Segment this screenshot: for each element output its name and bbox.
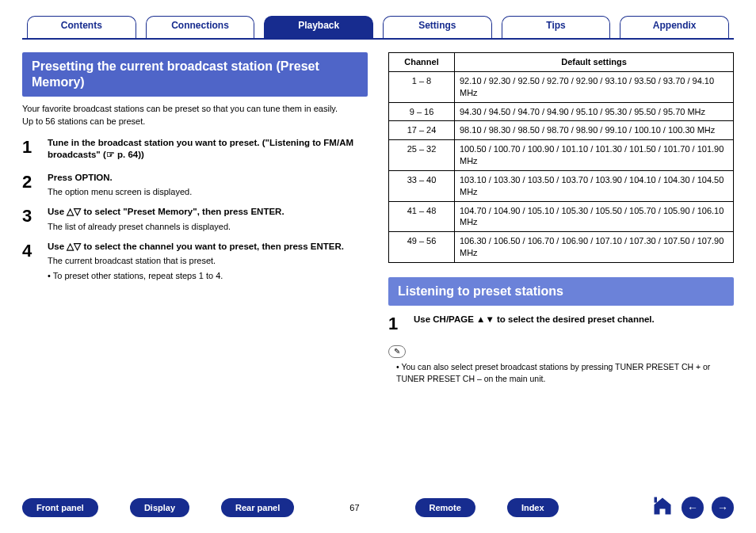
- left-column: Presetting the current broadcast station…: [22, 52, 368, 384]
- tab-tips[interactable]: Tips: [502, 16, 611, 38]
- prev-page-icon[interactable]: ←: [682, 497, 704, 519]
- step-number: 3: [22, 206, 36, 232]
- top-tabs: Contents Connections Playback Settings T…: [22, 16, 734, 40]
- table-row: 41 – 48104.70 / 104.90 / 105.10 / 105.30…: [389, 201, 734, 232]
- page-number: 67: [349, 503, 359, 512]
- step-title: Use △▽ to select "Preset Memory", then p…: [48, 206, 368, 219]
- tab-contents[interactable]: Contents: [27, 16, 136, 38]
- step-title: Press OPTION.: [48, 172, 368, 185]
- cell-channel: 17 – 24: [389, 121, 455, 140]
- bottom-remote[interactable]: Remote: [415, 498, 475, 517]
- cell-channel: 25 – 32: [389, 140, 455, 171]
- cell-channel: 9 – 16: [389, 102, 455, 121]
- table-row: 1 – 892.10 / 92.30 / 92.50 / 92.70 / 92.…: [389, 71, 734, 102]
- cell-values: 106.30 / 106.50 / 106.70 / 106.90 / 107.…: [455, 232, 734, 263]
- cell-channel: 33 – 40: [389, 170, 455, 201]
- step-title: Use △▽ to select the channel you want to…: [48, 241, 368, 253]
- table-row: 33 – 40103.10 / 103.30 / 103.50 / 103.70…: [389, 170, 734, 201]
- tab-playback[interactable]: Playback: [264, 16, 373, 38]
- bottom-front-panel[interactable]: Front panel: [22, 498, 98, 517]
- step-title: Use CH/PAGE ▲▼ to select the desired pre…: [414, 314, 734, 326]
- bottom-bar: Front panel Display Rear panel 67 Remote…: [22, 495, 734, 520]
- home-icon[interactable]: [651, 495, 674, 520]
- preset-defaults-table: Channel Default settings 1 – 892.10 / 92…: [388, 52, 734, 263]
- step-number: 4: [22, 241, 36, 282]
- table-row: 17 – 2498.10 / 98.30 / 98.50 / 98.70 / 9…: [389, 121, 734, 140]
- table-row: 9 – 1694.30 / 94.50 / 94.70 / 94.90 / 95…: [389, 102, 734, 121]
- intro-text-1: Your favorite broadcast stations can be …: [22, 103, 368, 115]
- step-number: 1: [388, 314, 403, 334]
- step-subtext: The list of already preset channels is d…: [48, 221, 368, 233]
- cell-values: 98.10 / 98.30 / 98.50 / 98.70 / 98.90 / …: [455, 121, 734, 140]
- bottom-rear-panel[interactable]: Rear panel: [221, 498, 294, 517]
- right-column: Channel Default settings 1 – 892.10 / 92…: [388, 52, 734, 384]
- step-2: 2 Press OPTION. The option menu screen i…: [22, 172, 368, 198]
- cell-channel: 49 – 56: [389, 232, 455, 263]
- table-head-default: Default settings: [455, 53, 734, 72]
- step-bullet: To preset other stations, repeat steps 1…: [48, 270, 368, 282]
- step-number: 1: [22, 137, 36, 164]
- intro-text-2: Up to 56 stations can be preset.: [22, 116, 368, 126]
- cell-values: 94.30 / 94.50 / 94.70 / 94.90 / 95.10 / …: [455, 102, 734, 121]
- svg-rect-0: [655, 497, 658, 503]
- step-title: Tune in the broadcast station you want t…: [48, 137, 368, 162]
- cell-values: 103.10 / 103.30 / 103.50 / 103.70 / 103.…: [455, 170, 734, 201]
- table-head-channel: Channel: [389, 53, 455, 72]
- step-subtext: The current broadcast station that is pr…: [48, 255, 368, 267]
- table-row: 49 – 56106.30 / 106.50 / 106.70 / 106.90…: [389, 232, 734, 263]
- tab-settings[interactable]: Settings: [383, 16, 492, 38]
- cell-values: 100.50 / 100.70 / 100.90 / 101.10 / 101.…: [455, 140, 734, 171]
- cell-values: 104.70 / 104.90 / 105.10 / 105.30 / 105.…: [455, 201, 734, 232]
- tab-appendix[interactable]: Appendix: [620, 16, 729, 38]
- cell-values: 92.10 / 92.30 / 92.50 / 92.70 / 92.90 / …: [455, 71, 734, 102]
- cell-channel: 41 – 48: [389, 201, 455, 232]
- pencil-note-icon: ✎: [388, 345, 406, 358]
- table-row: 25 – 32100.50 / 100.70 / 100.90 / 101.10…: [389, 140, 734, 171]
- step-4: 4 Use △▽ to select the channel you want …: [22, 241, 368, 282]
- bottom-display[interactable]: Display: [130, 498, 189, 517]
- tab-connections[interactable]: Connections: [146, 16, 255, 38]
- listen-step-1: 1 Use CH/PAGE ▲▼ to select the desired p…: [388, 314, 734, 334]
- step-3: 3 Use △▽ to select "Preset Memory", then…: [22, 206, 368, 232]
- cell-channel: 1 – 8: [389, 71, 455, 102]
- section-heading-listening: Listening to preset stations: [388, 277, 734, 306]
- step-1: 1 Tune in the broadcast station you want…: [22, 137, 368, 164]
- bottom-index[interactable]: Index: [507, 498, 559, 517]
- section-heading-preset-memory: Presetting the current broadcast station…: [22, 52, 368, 97]
- next-page-icon[interactable]: →: [712, 497, 734, 519]
- step-number: 2: [22, 172, 36, 198]
- note-text: You can also select preset broadcast sta…: [396, 361, 734, 384]
- step-subtext: The option menu screen is displayed.: [48, 186, 368, 198]
